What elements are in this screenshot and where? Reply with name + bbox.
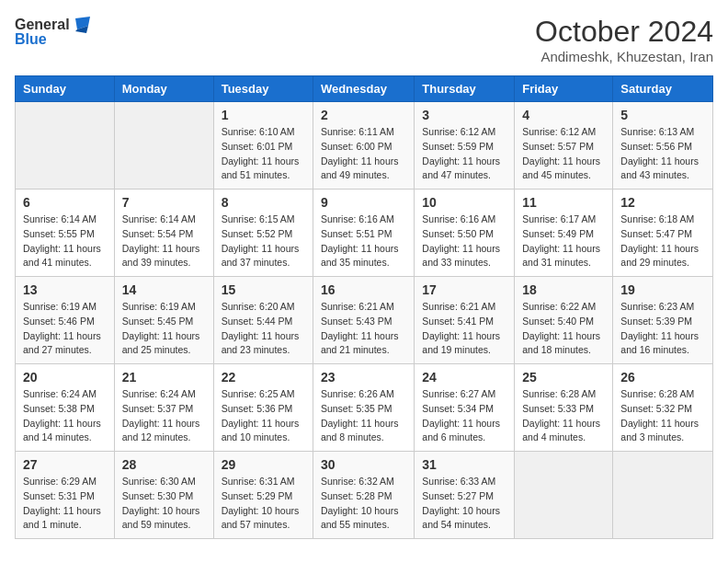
calendar-week-row-2: 6Sunrise: 6:14 AMSunset: 5:55 PMDaylight… xyxy=(16,190,713,277)
calendar-cell xyxy=(613,452,713,539)
day-info: Sunrise: 6:14 AMSunset: 5:55 PMDaylight:… xyxy=(23,213,107,270)
day-info: Sunrise: 6:15 AMSunset: 5:52 PMDaylight:… xyxy=(222,213,305,270)
day-info: Sunrise: 6:19 AMSunset: 5:46 PMDaylight:… xyxy=(23,300,107,358)
day-info: Sunrise: 6:26 AMSunset: 5:35 PMDaylight:… xyxy=(321,387,406,445)
day-number: 26 xyxy=(620,370,705,385)
calendar-cell: 16Sunrise: 6:21 AMSunset: 5:43 PMDayligh… xyxy=(313,277,414,364)
calendar-cell: 12Sunrise: 6:18 AMSunset: 5:47 PMDayligh… xyxy=(613,190,713,277)
calendar-cell: 9Sunrise: 6:16 AMSunset: 5:51 PMDaylight… xyxy=(313,190,414,277)
calendar-week-row-3: 13Sunrise: 6:19 AMSunset: 5:46 PMDayligh… xyxy=(16,277,713,364)
day-number: 30 xyxy=(321,457,406,472)
calendar-cell: 10Sunrise: 6:16 AMSunset: 5:50 PMDayligh… xyxy=(415,190,515,277)
day-info: Sunrise: 6:32 AMSunset: 5:28 PMDaylight:… xyxy=(321,475,406,533)
day-info: Sunrise: 6:33 AMSunset: 5:27 PMDaylight:… xyxy=(422,475,506,533)
svg-marker-0 xyxy=(75,17,90,29)
weekday-header-friday: Friday xyxy=(515,76,613,102)
calendar-cell: 7Sunrise: 6:14 AMSunset: 5:54 PMDaylight… xyxy=(114,190,213,277)
calendar-cell: 11Sunrise: 6:17 AMSunset: 5:49 PMDayligh… xyxy=(515,190,613,277)
month-title: October 2024 xyxy=(535,15,713,49)
day-number: 13 xyxy=(23,282,107,297)
calendar-cell: 24Sunrise: 6:27 AMSunset: 5:34 PMDayligh… xyxy=(415,364,515,452)
calendar-table: SundayMondayTuesdayWednesdayThursdayFrid… xyxy=(15,75,713,539)
calendar-cell: 5Sunrise: 6:13 AMSunset: 5:56 PMDaylight… xyxy=(613,102,713,190)
day-info: Sunrise: 6:10 AMSunset: 6:01 PMDaylight:… xyxy=(222,125,305,183)
day-number: 28 xyxy=(122,457,206,472)
day-info: Sunrise: 6:30 AMSunset: 5:30 PMDaylight:… xyxy=(122,475,206,533)
day-info: Sunrise: 6:28 AMSunset: 5:32 PMDaylight:… xyxy=(620,387,705,445)
day-number: 31 xyxy=(422,457,506,472)
calendar-cell: 8Sunrise: 6:15 AMSunset: 5:52 PMDaylight… xyxy=(213,190,313,277)
weekday-header-thursday: Thursday xyxy=(415,76,515,102)
calendar-cell: 3Sunrise: 6:12 AMSunset: 5:59 PMDaylight… xyxy=(415,102,515,190)
calendar-cell: 19Sunrise: 6:23 AMSunset: 5:39 PMDayligh… xyxy=(613,277,713,364)
day-number: 7 xyxy=(122,195,206,210)
day-number: 17 xyxy=(422,282,506,297)
day-info: Sunrise: 6:16 AMSunset: 5:51 PMDaylight:… xyxy=(321,213,406,270)
day-info: Sunrise: 6:21 AMSunset: 5:43 PMDaylight:… xyxy=(321,300,406,358)
day-info: Sunrise: 6:12 AMSunset: 5:57 PMDaylight:… xyxy=(522,125,605,183)
calendar-cell: 25Sunrise: 6:28 AMSunset: 5:33 PMDayligh… xyxy=(515,364,613,452)
calendar-cell: 31Sunrise: 6:33 AMSunset: 5:27 PMDayligh… xyxy=(415,452,515,539)
day-info: Sunrise: 6:21 AMSunset: 5:41 PMDaylight:… xyxy=(422,300,506,358)
day-number: 12 xyxy=(620,195,705,210)
day-info: Sunrise: 6:20 AMSunset: 5:44 PMDaylight:… xyxy=(222,300,305,358)
day-info: Sunrise: 6:14 AMSunset: 5:54 PMDaylight:… xyxy=(122,213,206,270)
page-header: General Blue October 2024 Andimeshk, Khu… xyxy=(15,15,713,64)
weekday-header-tuesday: Tuesday xyxy=(213,76,313,102)
day-info: Sunrise: 6:23 AMSunset: 5:39 PMDaylight:… xyxy=(620,300,705,358)
day-number: 5 xyxy=(620,108,705,122)
weekday-header-wednesday: Wednesday xyxy=(313,76,414,102)
calendar-cell: 29Sunrise: 6:31 AMSunset: 5:29 PMDayligh… xyxy=(213,452,313,539)
calendar-cell: 18Sunrise: 6:22 AMSunset: 5:40 PMDayligh… xyxy=(515,277,613,364)
calendar-cell: 4Sunrise: 6:12 AMSunset: 5:57 PMDaylight… xyxy=(515,102,613,190)
calendar-title-block: October 2024 Andimeshk, Khuzestan, Iran xyxy=(535,15,713,64)
day-number: 21 xyxy=(122,370,206,385)
calendar-cell xyxy=(114,102,213,190)
logo: General Blue xyxy=(15,15,90,48)
location-subtitle: Andimeshk, Khuzestan, Iran xyxy=(535,49,713,64)
day-number: 15 xyxy=(222,282,305,297)
day-info: Sunrise: 6:28 AMSunset: 5:33 PMDaylight:… xyxy=(522,387,605,445)
day-number: 3 xyxy=(422,108,506,122)
weekday-header-saturday: Saturday xyxy=(613,76,713,102)
calendar-cell xyxy=(515,452,613,539)
calendar-cell: 26Sunrise: 6:28 AMSunset: 5:32 PMDayligh… xyxy=(613,364,713,452)
calendar-cell: 22Sunrise: 6:25 AMSunset: 5:36 PMDayligh… xyxy=(213,364,313,452)
day-info: Sunrise: 6:12 AMSunset: 5:59 PMDaylight:… xyxy=(422,125,506,183)
calendar-week-row-4: 20Sunrise: 6:24 AMSunset: 5:38 PMDayligh… xyxy=(16,364,713,452)
day-number: 1 xyxy=(222,108,305,122)
day-number: 6 xyxy=(23,195,107,210)
day-number: 9 xyxy=(321,195,406,210)
calendar-week-row-5: 27Sunrise: 6:29 AMSunset: 5:31 PMDayligh… xyxy=(16,452,713,539)
day-number: 19 xyxy=(620,282,705,297)
day-number: 8 xyxy=(222,195,305,210)
day-number: 23 xyxy=(321,370,406,385)
calendar-cell: 23Sunrise: 6:26 AMSunset: 5:35 PMDayligh… xyxy=(313,364,414,452)
day-info: Sunrise: 6:18 AMSunset: 5:47 PMDaylight:… xyxy=(620,213,705,270)
calendar-week-row-1: 1Sunrise: 6:10 AMSunset: 6:01 PMDaylight… xyxy=(16,102,713,190)
day-number: 14 xyxy=(122,282,206,297)
day-number: 18 xyxy=(522,282,605,297)
day-info: Sunrise: 6:24 AMSunset: 5:37 PMDaylight:… xyxy=(122,387,206,445)
calendar-cell xyxy=(16,102,115,190)
calendar-cell: 27Sunrise: 6:29 AMSunset: 5:31 PMDayligh… xyxy=(16,452,115,539)
weekday-header-row: SundayMondayTuesdayWednesdayThursdayFrid… xyxy=(16,76,713,102)
day-number: 16 xyxy=(321,282,406,297)
logo-arrow-icon xyxy=(70,15,90,35)
calendar-cell: 6Sunrise: 6:14 AMSunset: 5:55 PMDaylight… xyxy=(16,190,115,277)
calendar-cell: 21Sunrise: 6:24 AMSunset: 5:37 PMDayligh… xyxy=(114,364,213,452)
calendar-cell: 2Sunrise: 6:11 AMSunset: 6:00 PMDaylight… xyxy=(313,102,414,190)
calendar-cell: 28Sunrise: 6:30 AMSunset: 5:30 PMDayligh… xyxy=(114,452,213,539)
day-info: Sunrise: 6:29 AMSunset: 5:31 PMDaylight:… xyxy=(23,475,107,533)
day-info: Sunrise: 6:16 AMSunset: 5:50 PMDaylight:… xyxy=(422,213,506,270)
day-number: 27 xyxy=(23,457,107,472)
day-info: Sunrise: 6:17 AMSunset: 5:49 PMDaylight:… xyxy=(522,213,605,270)
calendar-cell: 14Sunrise: 6:19 AMSunset: 5:45 PMDayligh… xyxy=(114,277,213,364)
day-info: Sunrise: 6:19 AMSunset: 5:45 PMDaylight:… xyxy=(122,300,206,358)
day-info: Sunrise: 6:31 AMSunset: 5:29 PMDaylight:… xyxy=(222,475,305,533)
day-number: 4 xyxy=(522,108,605,122)
day-number: 29 xyxy=(222,457,305,472)
calendar-cell: 1Sunrise: 6:10 AMSunset: 6:01 PMDaylight… xyxy=(213,102,313,190)
day-number: 10 xyxy=(422,195,506,210)
day-info: Sunrise: 6:27 AMSunset: 5:34 PMDaylight:… xyxy=(422,387,506,445)
